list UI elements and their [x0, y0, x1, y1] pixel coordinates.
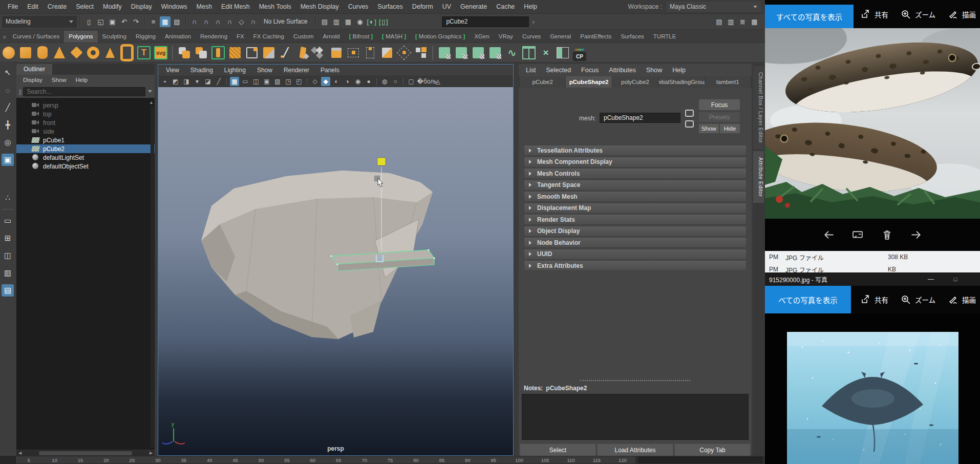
draw-button[interactable]: 描画 [948, 294, 976, 305]
save-scene-icon[interactable]: ▣ [107, 16, 118, 27]
shelf-tab[interactable]: Bifrost [345, 31, 377, 43]
attribute-section[interactable]: Tessellation Attributes [524, 145, 747, 156]
object-xray-icon[interactable]: ▯ [378, 16, 389, 27]
uv-contour-stretch-icon[interactable]: ∿ [505, 46, 519, 59]
bookmark-icon[interactable]: ▾ [193, 77, 202, 86]
menubar-item[interactable]: UV [438, 3, 456, 10]
select-by-hierarchy-icon[interactable]: ≡ [148, 16, 159, 27]
poly-cube-icon[interactable] [19, 46, 32, 59]
selection-name-input[interactable] [442, 18, 529, 25]
shelf-tab[interactable]: Arnold [318, 31, 345, 43]
mesh-name-field[interactable]: pCubeShape2 [600, 113, 680, 123]
lighting-icon[interactable]: ◉ [353, 77, 363, 86]
shelf-tab[interactable]: VRay [494, 31, 518, 43]
horizontal-scrollbar[interactable]: ◀ ▶ [16, 450, 155, 456]
notes-input[interactable] [522, 394, 748, 439]
undo-icon[interactable]: ↶ [119, 16, 130, 27]
scroll-right-icon[interactable]: ▶ [148, 451, 154, 455]
menubar-item[interactable]: Modify [98, 3, 126, 10]
modeling-toolkit-toggle-icon[interactable]: ▦ [749, 16, 760, 27]
menu-set-selector[interactable]: Modeling [2, 16, 77, 28]
menubar-item[interactable]: Surfaces [373, 3, 407, 10]
paint-select-tool-icon[interactable]: ╱ [2, 101, 14, 114]
menubar-item[interactable]: Select [71, 3, 98, 10]
menubar-item[interactable]: File [3, 3, 23, 10]
cube-wireframe-icon[interactable] [245, 46, 259, 59]
snap-to-grid-icon[interactable]: ∩ [189, 16, 200, 27]
selection-name-field[interactable] [442, 16, 529, 27]
target-weld-icon[interactable] [397, 46, 411, 59]
viewport-menu-item[interactable]: Shading [185, 67, 219, 74]
outliner-tab[interactable]: Outliner [16, 64, 52, 75]
uv-cube-map-icon[interactable] [488, 46, 502, 59]
shelf-tab[interactable]: MASH [377, 31, 411, 43]
color-per-vertex-icon[interactable]: CP [573, 52, 586, 61]
shelf-tab[interactable]: Rendering [196, 31, 232, 43]
attribute-editor-footer-button[interactable]: Copy Tab [674, 444, 751, 456]
three-pane-layout-icon[interactable]: ▥ [2, 267, 14, 279]
attribute-editor-menu-item[interactable]: Selected [541, 67, 576, 74]
render-settings-icon[interactable]: ◉ [354, 16, 365, 27]
viewport-menu-item[interactable]: Panels [315, 67, 345, 74]
shelf-tab[interactable]: Motion Graphics [411, 31, 470, 43]
menubar-item[interactable]: Curves [344, 3, 373, 10]
attribute-editor-menu-item[interactable]: Attributes [604, 67, 641, 74]
shelf-tab[interactable]: Curves / Surfaces [8, 31, 64, 43]
shelf-divider[interactable] [172, 46, 173, 60]
attribute-section[interactable]: Render Stats [524, 214, 747, 225]
attribute-section[interactable]: Object Display [524, 226, 747, 237]
snap-to-view-plane-icon[interactable]: ◇ [236, 16, 247, 27]
notes-area[interactable] [522, 394, 749, 440]
rotate-tool-icon[interactable]: ◎ [2, 136, 14, 149]
reduce-icon[interactable] [262, 46, 275, 59]
pan-zoom-icon[interactable]: ╱ [214, 77, 223, 86]
live-surface-label[interactable]: No Live Surface [264, 18, 307, 25]
attribute-section[interactable]: Displacement Map [524, 203, 747, 214]
image-plane-icon[interactable]: ◪ [203, 77, 212, 86]
node-tab[interactable]: pCubeShape2 [566, 76, 611, 88]
render-current-frame-icon[interactable]: ▥ [331, 16, 342, 27]
notes-resize-handle[interactable] [580, 380, 690, 381]
toolbox-separator[interactable] [2, 209, 13, 209]
show-all-photos-button[interactable]: すべての写真を表示 [765, 5, 854, 28]
menubar-item[interactable]: Help [519, 3, 542, 10]
single-pane-layout-icon[interactable]: ▭ [2, 215, 14, 227]
menubar-item[interactable]: Cache [492, 3, 519, 10]
poly-pipe-icon[interactable] [120, 46, 134, 59]
attribute-section[interactable]: Smooth Mesh [524, 191, 747, 202]
snap-to-curve-icon[interactable]: ∩ [201, 16, 211, 27]
four-pane-layout-icon[interactable]: ⊞ [2, 232, 14, 244]
shelf-tab[interactable]: FX Caching [249, 31, 289, 43]
pufferfish-photo[interactable] [765, 28, 980, 219]
outliner-item[interactable]: front [16, 118, 155, 127]
attribute-section[interactable]: Mesh Component Display [524, 157, 747, 167]
window-title-bar[interactable]: 915290000.jpg - 写真 — □ [765, 272, 980, 286]
outliner-item[interactable]: defaultObjectSet [16, 162, 155, 171]
boolean-icon[interactable] [211, 46, 225, 59]
delete-button[interactable] [881, 228, 893, 241]
file-row[interactable]: PM JPG ファイル 308 KB [765, 251, 980, 263]
combine-icon[interactable] [178, 46, 191, 59]
outliner-item[interactable]: defaultLightSet [16, 153, 155, 162]
shelf-tab[interactable]: Surfaces [616, 31, 648, 43]
focus-button[interactable]: Focus [699, 99, 740, 110]
new-scene-icon[interactable]: ▯ [83, 16, 94, 27]
use-default-material-icon[interactable]: ◑ [343, 77, 352, 86]
menubar-item[interactable]: Display [126, 3, 157, 10]
attribute-editor-menu-item[interactable]: Show [641, 67, 667, 74]
attribute-section[interactable]: Mesh Controls [524, 168, 747, 179]
outliner-menu-item[interactable]: Help [71, 77, 93, 83]
show-all-photos-button[interactable]: べての写真を表示 [765, 286, 851, 313]
filter-icon[interactable]: [ ] [19, 89, 20, 95]
shelf-tab[interactable]: Animation [160, 31, 196, 43]
ipr-render-icon[interactable]: ▦ [343, 16, 353, 27]
lasso-tool-icon[interactable]: ◌ [2, 84, 14, 96]
menubar-item[interactable]: Create [43, 3, 72, 10]
attribute-editor-footer-button[interactable]: Load Attributes [597, 444, 673, 456]
make-live-icon[interactable]: ∩ [248, 16, 259, 27]
shelf-tab[interactable]: General [545, 31, 576, 43]
scroll-left-icon[interactable]: ◀ [17, 451, 23, 455]
attribute-section[interactable]: Node Behavior [524, 237, 747, 248]
two-pane-layout-icon[interactable]: ◫ [2, 249, 14, 262]
fold-icon[interactable] [380, 46, 394, 59]
